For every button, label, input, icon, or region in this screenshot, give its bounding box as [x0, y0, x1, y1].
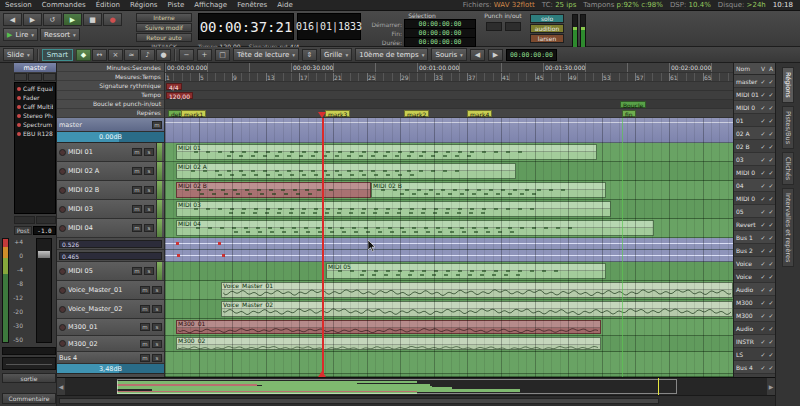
active-checkbox[interactable]: ✓ [767, 182, 775, 189]
panel-row-bus-1[interactable]: Bus 1✓✓ [734, 231, 775, 244]
tool-range-button[interactable]: ↔ [92, 49, 107, 61]
track-row-master[interactable] [165, 118, 733, 143]
tool-cut-button[interactable]: × [108, 49, 123, 61]
automation-lane-header[interactable]: 0.465 [57, 250, 164, 262]
solo-button[interactable]: s [152, 305, 162, 313]
master-gain-fader[interactable]: 0.00dB [57, 132, 164, 143]
automation-lane-row[interactable] [165, 238, 733, 250]
mute-button[interactable]: m [140, 305, 150, 313]
visible-checkbox[interactable]: ✓ [759, 78, 767, 85]
gain-display[interactable]: -1.0 [33, 226, 56, 235]
visible-checkbox[interactable]: ✓ [759, 117, 767, 124]
visible-checkbox[interactable]: ✓ [759, 273, 767, 280]
panel-row-master[interactable]: master✓✓ [734, 75, 775, 88]
menu-session[interactable]: Session [0, 1, 37, 9]
active-checkbox[interactable]: ✓ [767, 117, 775, 124]
summary-view-rect[interactable] [117, 379, 677, 394]
zoom-in-button[interactable]: + [197, 49, 212, 61]
record-arm-button[interactable] [59, 268, 66, 275]
track-row-m300-02[interactable]: M300_02 [165, 336, 733, 352]
summary-navigator[interactable]: ◀ ▶ [57, 377, 775, 395]
active-checkbox[interactable]: ✓ [767, 208, 775, 215]
automation-point[interactable] [176, 242, 179, 245]
panel-row-02-b[interactable]: 02 B✓✓ [734, 140, 775, 153]
solo-button[interactable]: s [152, 323, 162, 331]
side-tab-regions[interactable]: Régions [782, 67, 794, 103]
region-voice-master-01[interactable]: Voice_Master_01 [221, 282, 733, 298]
solo-button[interactable]: s [144, 186, 154, 194]
menu-piste[interactable]: Piste [163, 1, 190, 9]
panel-row-m300[interactable]: M300_✓✓ [734, 309, 775, 322]
track-row-voice-master-01[interactable]: Voice_Master_01 [165, 281, 733, 300]
marker-mark1[interactable]: mark1 [181, 110, 206, 117]
active-checkbox[interactable]: ✓ [767, 273, 775, 280]
midi-scroomer[interactable] [156, 181, 162, 199]
input-button[interactable] [14, 73, 27, 81]
track-header-voice-master-02[interactable]: Voice_Master_02ms [57, 300, 164, 319]
solo-button[interactable]: s [144, 205, 154, 213]
marker-mark2[interactable]: mark2 [404, 110, 429, 117]
panner[interactable] [2, 357, 56, 370]
active-checkbox[interactable]: ✓ [767, 143, 775, 150]
solo-button[interactable]: s [152, 354, 162, 362]
panel-row-midi-0[interactable]: MIDI 0✓✓ [734, 192, 775, 205]
solo-button[interactable]: s [152, 340, 162, 348]
record-arm-button[interactable] [59, 225, 66, 232]
panel-row-revert[interactable]: Revert✓✓ [734, 218, 775, 231]
panel-row-ls[interactable]: LS✓✓ [734, 348, 775, 361]
visible-checkbox[interactable]: ✓ [759, 260, 767, 267]
active-checkbox[interactable]: ✓ [767, 91, 775, 98]
visible-checkbox[interactable]: ✓ [759, 312, 767, 319]
retour-auto-button[interactable]: Retour auto [136, 33, 192, 42]
solo-button[interactable]: s [152, 286, 162, 294]
track-row-midi-03[interactable]: MIDI 03 [165, 200, 733, 219]
automation-lane-header[interactable]: 0.526 [57, 238, 164, 250]
processor-box[interactable]: Caff EqualizFaderCaff MultibStereo PhaSp… [14, 82, 56, 214]
record-arm-button[interactable] [59, 324, 66, 331]
automation-value-slider[interactable]: 0.526 [59, 240, 162, 248]
mute-button[interactable]: m [132, 148, 142, 156]
ruler-lane-signature[interactable]: 4/4 [165, 82, 733, 91]
panel-row-bus-2[interactable]: Bus 2✓✓ [734, 244, 775, 257]
panel-row-05[interactable]: 05✓✓ [734, 205, 775, 218]
output-button[interactable]: sortie [2, 373, 56, 383]
tempo-marker[interactable]: 120,00 [166, 92, 193, 99]
active-checkbox[interactable]: ✓ [767, 260, 775, 267]
menu-fenetres[interactable]: Fenêtres [232, 1, 272, 9]
menu-commandes[interactable]: Commandes [37, 1, 91, 9]
secondary-clock[interactable]: 016|01|1833 [297, 13, 361, 40]
track-row-bus-4[interactable] [165, 352, 733, 374]
processor-spectrum-a[interactable]: Spectrum A [15, 120, 55, 129]
region-m300-01[interactable]: M300_01 [176, 320, 601, 334]
phase-button[interactable] [28, 73, 41, 81]
goto-start-button[interactable]: ◀ [3, 13, 22, 26]
processor-stereo-pha[interactable]: Stereo Pha [15, 111, 55, 120]
edit-point-combo[interactable]: Souris ▾ [431, 48, 466, 61]
region-midi-02-a[interactable]: MIDI 02 A [176, 163, 516, 179]
panel-row-03[interactable]: 03✓✓ [734, 153, 775, 166]
edit-canvas[interactable]: MIDI 01MIDI 02 AMIDI 02 BMIDI 02 BMIDI 0… [165, 118, 733, 377]
automation-lane-row[interactable] [165, 250, 733, 262]
mute-button[interactable]: m [132, 167, 142, 175]
visible-checkbox[interactable]: ✓ [759, 338, 767, 345]
automation-point[interactable] [218, 242, 221, 245]
track-header-m300-02[interactable]: M300_02ms [57, 336, 164, 352]
automation-point[interactable] [222, 254, 225, 257]
mixer-tab-left[interactable] [14, 216, 35, 224]
visible-checkbox[interactable]: ✓ [759, 104, 767, 111]
visible-checkbox[interactable]: ✓ [759, 234, 767, 241]
track-row-m300-01[interactable]: M300_01 [165, 319, 733, 336]
snap-mode-combo[interactable]: Grille ▾ [320, 48, 352, 61]
menu-regions[interactable]: Régions [125, 1, 163, 9]
visible-checkbox[interactable]: ✓ [759, 299, 767, 306]
mute-button[interactable]: m [140, 323, 150, 331]
edit-mode-combo[interactable]: Slide ▾ [3, 48, 34, 61]
visible-checkbox[interactable]: ✓ [759, 130, 767, 137]
record-arm-button[interactable] [59, 187, 66, 194]
track-row-voice-master-02[interactable]: Voice_Master_02 [165, 300, 733, 319]
region-voice-master-02[interactable]: Voice_Master_02 [221, 301, 733, 317]
playhead-line[interactable] [322, 118, 324, 377]
mixer-strip-name[interactable]: master [14, 63, 56, 72]
visible-checkbox[interactable]: ✓ [759, 208, 767, 215]
loop-button[interactable]: ↺ [43, 13, 62, 26]
